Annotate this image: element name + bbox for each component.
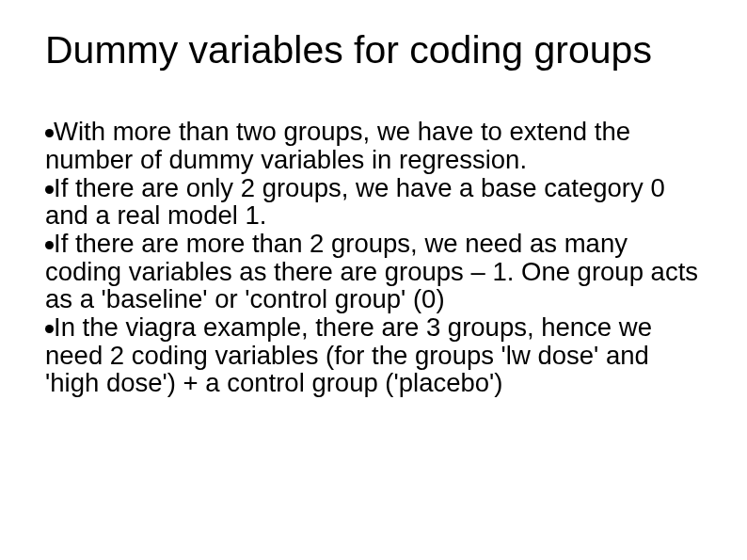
bullet-text: If there are more than 2 groups, we need… (45, 229, 698, 313)
bullet-text: With more than two groups, we have to ex… (45, 117, 630, 174)
slide-title: Dummy variables for coding groups (45, 28, 702, 72)
bullet-icon (45, 185, 54, 194)
bullet-icon (45, 129, 54, 137)
bullet-icon (45, 241, 54, 249)
bullet-text: In the viagra example, there are 3 group… (45, 312, 652, 397)
slide: Dummy variables for coding groups With m… (0, 0, 747, 560)
slide-body: With more than two groups, we have to ex… (45, 118, 702, 397)
bullet-icon (45, 325, 54, 333)
bullet-text: If there are only 2 groups, we have a ba… (45, 173, 665, 231)
